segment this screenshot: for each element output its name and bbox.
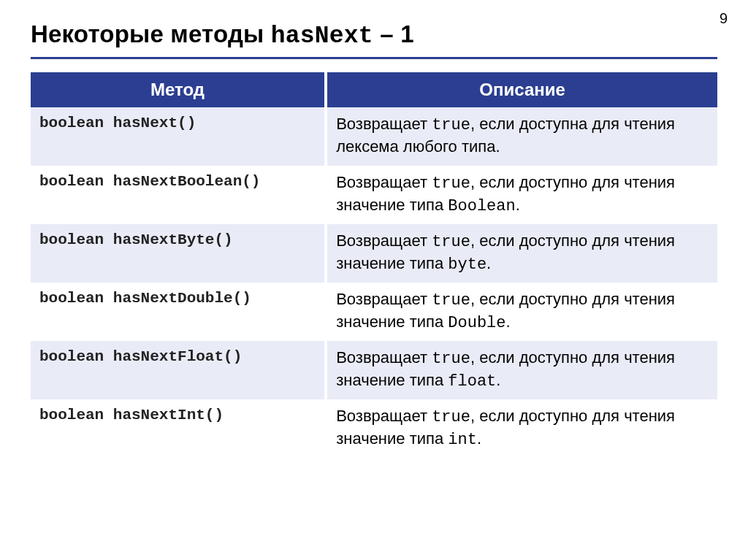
method-signature: boolean hasNextDouble() <box>31 283 326 341</box>
title-prefix: Некоторые методы <box>31 20 271 47</box>
table-header-row: Метод Описание <box>31 72 717 107</box>
desc-code: int <box>448 431 477 449</box>
desc-code: true <box>432 233 470 251</box>
method-signature: boolean hasNextFloat() <box>31 341 326 399</box>
desc-text: . <box>516 196 520 214</box>
method-description: Возвращает true, если доступно для чтени… <box>326 166 717 224</box>
desc-text: . <box>496 371 500 389</box>
desc-text: Возвращает <box>336 173 432 191</box>
title-suffix: – 1 <box>373 20 414 47</box>
desc-text: . <box>506 312 511 331</box>
page-number: 9 <box>720 10 728 27</box>
table-row: boolean hasNextBoolean() Возвращает true… <box>31 166 717 224</box>
desc-code: true <box>432 291 470 310</box>
table-row: boolean hasNext() Возвращает true, если … <box>31 107 717 166</box>
method-signature: boolean hasNextInt() <box>31 399 326 458</box>
method-description: Возвращает true, если доступно для чтени… <box>326 341 717 399</box>
desc-text: . <box>486 254 491 272</box>
title-code: hasNext <box>271 23 373 50</box>
desc-text: Возвращает <box>336 231 432 250</box>
desc-text: Возвращает <box>336 290 432 308</box>
method-signature: boolean hasNextByte() <box>31 224 326 283</box>
desc-code: byte <box>448 256 486 274</box>
method-description: Возвращает true, если доступно для чтени… <box>326 224 717 283</box>
title-underline <box>31 57 717 59</box>
desc-text: Возвращает <box>336 115 432 133</box>
method-signature: boolean hasNext() <box>31 107 326 166</box>
method-description: Возвращает true, если доступно для чтени… <box>326 399 717 458</box>
header-method: Метод <box>31 72 326 107</box>
method-signature: boolean hasNextBoolean() <box>31 166 326 224</box>
desc-text: Возвращает <box>336 348 432 367</box>
desc-code: float <box>448 372 496 391</box>
table-row: boolean hasNextInt() Возвращает true, ес… <box>31 399 717 458</box>
desc-text: . <box>477 429 481 448</box>
method-description: Возвращает true, если доступно для чтени… <box>326 283 717 341</box>
method-description: Возвращает true, если доступна для чтени… <box>326 107 717 166</box>
desc-text: Возвращает <box>336 407 432 425</box>
slide-title: Некоторые методы hasNext – 1 <box>31 20 717 50</box>
methods-table: Метод Описание boolean hasNext() Возвращ… <box>31 72 717 458</box>
desc-code: Boolean <box>448 197 515 215</box>
table-row: boolean hasNextDouble() Возвращает true,… <box>31 283 717 341</box>
table-row: boolean hasNextFloat() Возвращает true, … <box>31 341 717 399</box>
header-description: Описание <box>326 72 717 107</box>
desc-code: true <box>432 116 470 134</box>
desc-code: true <box>432 174 470 193</box>
desc-code: true <box>432 408 470 426</box>
desc-code: true <box>432 350 470 368</box>
desc-code: Double <box>448 314 505 332</box>
table-row: boolean hasNextByte() Возвращает true, е… <box>31 224 717 283</box>
